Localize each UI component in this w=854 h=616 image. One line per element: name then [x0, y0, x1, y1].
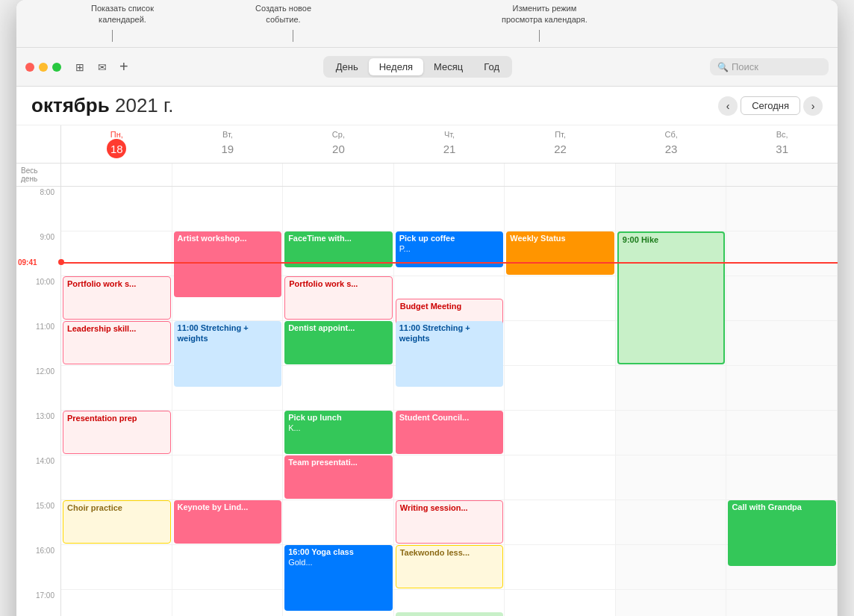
day-header-sat: Сб, 23	[616, 125, 727, 163]
event-e12[interactable]: 11:00 Stretching + weights	[396, 321, 504, 387]
calendar-list-icon[interactable]: ⊞	[72, 59, 88, 75]
event-e10[interactable]: 11:00 Stretching + weights	[174, 321, 282, 387]
month-view-tab[interactable]: Месяц	[423, 58, 473, 75]
event-e11[interactable]: Dentist appoint...	[284, 321, 393, 364]
event-e18[interactable]: Writing session...	[396, 500, 504, 544]
view-mode-selector: День Неделя Месяц Год	[323, 56, 512, 78]
events-overlay: Artist workshop...FaceTime with...Pick u…	[61, 187, 838, 616]
time-label-1000: 10:00	[16, 276, 61, 321]
day-header-tue: Вт, 19	[172, 125, 284, 163]
time-label-1700: 17:00	[16, 590, 61, 616]
event-e15[interactable]: Student Council...	[396, 411, 504, 454]
time-label-900: 9:00	[16, 231, 61, 276]
allday-fri	[505, 164, 616, 186]
allday-sat	[616, 164, 727, 186]
day-header-sun: Вс, 31	[726, 125, 838, 163]
event-e20[interactable]: 16:00 Yoga classGold...	[284, 545, 393, 611]
ann-line-3	[539, 30, 540, 42]
month-header: октябрь 2021 г. ‹ Сегодня ›	[16, 87, 838, 125]
app-window: Показать списоккалендарей. Создать новое…	[16, 0, 838, 616]
allday-sun	[726, 164, 838, 186]
today-button[interactable]: Сегодня	[741, 96, 800, 115]
search-icon: 🔍	[717, 62, 729, 72]
event-e21[interactable]: Taekwondo less...	[396, 545, 504, 588]
search-input[interactable]	[732, 61, 821, 72]
month-title: октябрь 2021 г.	[31, 94, 718, 117]
maximize-button[interactable]	[52, 63, 61, 72]
event-e6[interactable]: Portfolio work s...	[63, 276, 171, 320]
prev-button[interactable]: ‹	[718, 96, 738, 116]
time-label-1500: 15:00	[16, 500, 61, 545]
grid-wrapper: 8:009:0010:0011:0012:0013:0014:0015:0016…	[16, 187, 838, 616]
event-e19[interactable]: Choir practice	[63, 500, 171, 544]
annotation-2: Создать новоесобытие.	[255, 3, 311, 26]
event-e24[interactable]: Call with Grandpa	[728, 500, 836, 566]
day-view-tab[interactable]: День	[325, 58, 369, 75]
traffic-lights	[25, 63, 61, 72]
event-e14[interactable]: Pick up lunchK...	[284, 411, 393, 454]
inbox-icon[interactable]: ✉	[94, 59, 110, 75]
search-bar[interactable]: 🔍	[710, 58, 829, 75]
allday-thu	[394, 164, 505, 186]
add-event-button[interactable]: +	[116, 58, 131, 75]
time-grid-scroll[interactable]: 8:009:0010:0011:0012:0013:0014:0015:0016…	[16, 187, 838, 616]
day-header-wed: Ср, 20	[283, 125, 394, 163]
day-header-thu: Чт, 21	[394, 125, 505, 163]
time-label-1200: 12:00	[16, 366, 61, 411]
titlebar: ⊞ ✉ + День Неделя Месяц Год 🔍	[16, 48, 838, 87]
ann-line-1	[112, 30, 113, 42]
current-time-line	[61, 262, 838, 264]
event-e17[interactable]: Team presentati...	[284, 455, 393, 499]
event-e1[interactable]: Artist workshop...	[174, 231, 282, 297]
allday-tue	[172, 164, 284, 186]
day-header-mon: Пн, 18	[61, 125, 172, 163]
event-e23[interactable]: 17:30 Drop off Grandma...	[396, 612, 504, 616]
ann-line-2	[293, 30, 293, 42]
time-label-1100: 11:00	[16, 321, 61, 366]
annotation-bar: Показать списоккалендарей. Создать новое…	[16, 0, 838, 48]
time-label-1300: 13:00	[16, 411, 61, 455]
time-label-1600: 16:00	[16, 545, 61, 590]
event-e7[interactable]: Portfolio work s...	[284, 276, 393, 320]
close-button[interactable]	[25, 63, 34, 72]
event-e16[interactable]: Keynote by Lind...	[174, 500, 282, 544]
event-e9[interactable]: Leadership skill...	[63, 321, 171, 364]
annotation-1: Показать списоккалендарей.	[91, 3, 154, 26]
nav-controls: ‹ Сегодня ›	[718, 96, 823, 116]
allday-row: Весь день	[16, 164, 838, 187]
time-label-1400: 14:00	[16, 455, 61, 500]
day-headers: Пн, 18 Вт, 19 Ср, 20 Чт, 21 Пт, 22 Сб, 2…	[16, 125, 838, 164]
current-time-label: 09:41	[18, 258, 37, 267]
week-view-tab[interactable]: Неделя	[369, 58, 423, 75]
allday-label: Весь день	[16, 164, 61, 186]
allday-wed	[283, 164, 394, 186]
event-e13[interactable]: Presentation prep	[63, 411, 171, 454]
allday-mon	[61, 164, 172, 186]
current-time-dot	[58, 259, 64, 265]
year-view-tab[interactable]: Год	[473, 58, 510, 75]
event-e5[interactable]: 9:00 Hike	[617, 231, 726, 364]
event-e4[interactable]: Weekly Status	[506, 231, 614, 275]
calendar-container: Пн, 18 Вт, 19 Ср, 20 Чт, 21 Пт, 22 Сб, 2…	[16, 125, 838, 616]
annotation-3: Изменить режимпросмотра календаря.	[502, 3, 587, 26]
day-header-fri: Пт, 22	[505, 125, 616, 163]
next-button[interactable]: ›	[803, 96, 823, 116]
minimize-button[interactable]	[39, 63, 48, 72]
time-label-800: 8:00	[16, 187, 61, 231]
